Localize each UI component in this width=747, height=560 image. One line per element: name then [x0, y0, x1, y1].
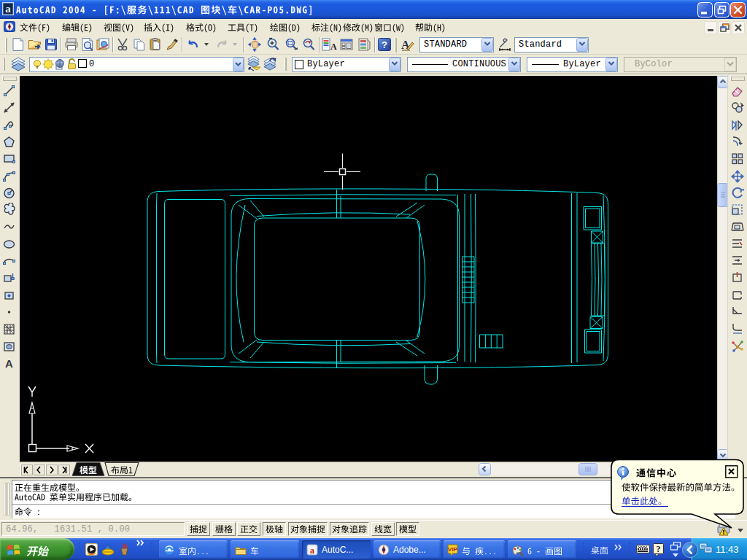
svg-text:a: a	[5, 3, 11, 15]
svg-text:?: ?	[657, 544, 661, 554]
svg-text:VIP: VIP	[448, 546, 458, 553]
svg-text:A: A	[5, 357, 13, 370]
svg-text:?: ?	[382, 39, 387, 50]
svg-text:A: A	[330, 42, 337, 52]
svg-text:a: a	[310, 545, 314, 556]
